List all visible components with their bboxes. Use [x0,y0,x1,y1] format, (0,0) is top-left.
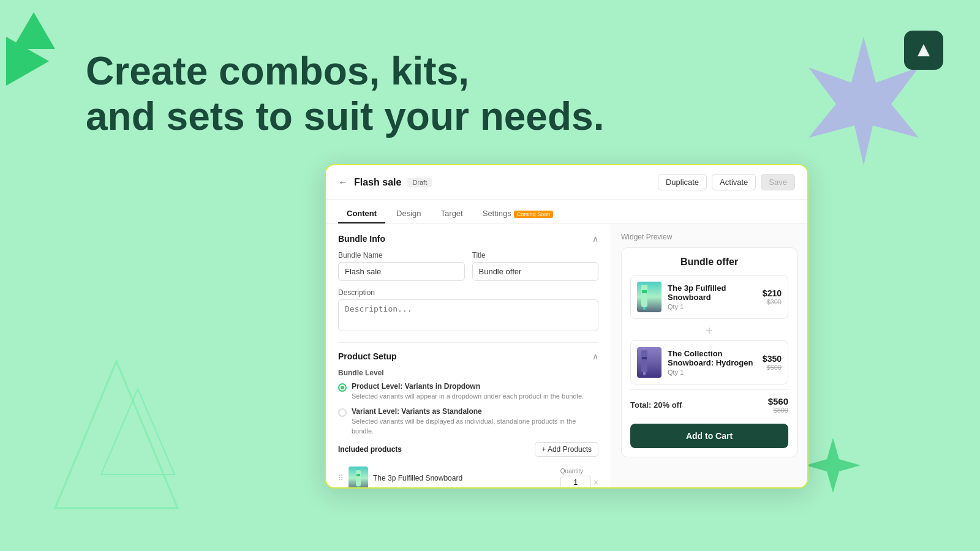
save-button[interactable]: Save [761,174,795,190]
product-thumb-1 [349,467,368,487]
bundle-offer-title: Bundle offer [630,257,788,268]
deco-triangle-outline-left2 [98,386,178,478]
total-original: $800 [768,407,788,414]
quantity-section-1: Quantity × [560,468,598,487]
panel-title: Flash sale [354,177,401,188]
svg-rect-4 [356,470,361,486]
radio-variant-level-text: Variant Level: Variants as Standalone Se… [352,407,598,436]
svg-rect-5 [356,474,360,476]
product-name-1: The 3p Fulfilled Snowboard [373,474,556,482]
status-badge: Draft [407,178,432,187]
panel-header: ← Flash sale Draft Duplicate Activate Sa… [326,165,807,200]
total-current: $560 [768,396,788,407]
total-prices: $560 $800 [768,396,788,414]
svg-marker-0 [55,361,178,508]
radio-product-level-text: Product Level: Variants in Dropdown Sele… [352,382,584,401]
radio-variant-level-btn[interactable] [338,408,347,417]
tab-design[interactable]: Design [388,204,429,223]
activate-button[interactable]: Activate [712,174,756,190]
preview-product-img-1 [637,282,662,312]
title-input[interactable] [472,262,599,281]
svg-rect-10 [641,285,647,307]
qty-label-1: Quantity [560,468,598,474]
svg-marker-1 [101,389,175,474]
preview-product-qty-1: Qty 1 [668,303,756,310]
title-group: Title [472,251,599,281]
panel-left-content: Bundle Info ∧ Bundle Name Title Descript… [326,224,611,487]
bundle-info-section-header: Bundle Info ∧ [338,234,598,244]
price-original-1: $300 [763,298,782,305]
product-setup-title: Product Setup [338,351,397,361]
price-current-1: $210 [763,288,782,298]
qty-row-1: × [560,476,598,487]
included-products-title: Included products [338,445,402,454]
drag-handle-1[interactable]: ⠿ [338,474,344,482]
product-row: ⠿ The 3p Fulfilled Snowboard Quantity × [338,463,598,487]
preview-product-img-2 [637,347,662,378]
preview-product-price-1: $210 $300 [763,288,782,305]
widget-preview-box: Bundle offer The 3p Fulfilled Snowboard … [621,247,797,457]
price-original-2: $500 [763,364,782,371]
section-divider [338,342,598,343]
panel-body: Bundle Info ∧ Bundle Name Title Descript… [326,224,807,487]
preview-product-info-2: The Collection Snowboard: Hydrogen Qty 1 [668,349,756,376]
radio-option-product-level: Product Level: Variants in Dropdown Sele… [338,382,598,401]
plus-divider: + [630,324,788,338]
preview-product-name-2: The Collection Snowboard: Hydrogen [668,349,756,367]
tab-content[interactable]: Content [338,204,385,223]
app-logo [904,31,943,70]
tab-target[interactable]: Target [432,204,472,223]
deco-green-star [802,435,864,496]
bundle-level-label: Bundle Level [338,369,598,377]
main-panel: ← Flash sale Draft Duplicate Activate Sa… [325,164,809,489]
radio-variant-level-title: Variant Level: Variants as Standalone [352,407,598,416]
duplicate-button[interactable]: Duplicate [658,174,707,190]
preview-product-qty-2: Qty 1 [668,369,756,376]
radio-product-level-title: Product Level: Variants in Dropdown [352,382,584,391]
preview-product-card-1: The 3p Fulfilled Snowboard Qty 1 $210 $3… [630,275,788,319]
preview-product-info-1: The 3p Fulfilled Snowboard Qty 1 [668,283,756,310]
radio-product-level-btn[interactable] [338,383,347,392]
product-setup-section-header: Product Setup ∧ [338,351,598,361]
add-products-button[interactable]: + Add Products [535,442,598,457]
bundle-name-input[interactable] [338,262,465,281]
svg-rect-13 [641,350,647,372]
included-products-header: Included products + Add Products [338,442,598,457]
description-input[interactable] [338,299,598,331]
bundle-name-group: Bundle Name [338,251,465,281]
product-setup-chevron[interactable]: ∧ [592,351,598,361]
description-group: Description [338,288,598,334]
bundle-info-chevron[interactable]: ∧ [592,234,598,244]
preview-product-name-1: The 3p Fulfilled Snowboard [668,283,756,302]
tab-settings[interactable]: SettingsComing Soon [474,204,562,223]
panel-right-preview: Widget Preview Bundle offer The 3p Fulfi… [611,224,807,487]
price-current-2: $350 [763,354,782,364]
qty-remove-1[interactable]: × [594,478,598,487]
radio-variant-level-desc: Selected variants will be displayed as i… [352,417,598,436]
add-to-cart-button[interactable]: Add to Cart [630,424,788,448]
radio-option-variant-level: Variant Level: Variants as Standalone Se… [338,407,598,436]
radio-product-level-desc: Selected variants will appear in a dropd… [352,392,584,401]
panel-header-left: ← Flash sale Draft [338,177,432,188]
bundle-name-title-row: Bundle Name Title [338,251,598,281]
svg-rect-14 [642,357,647,359]
tabs-bar: Content Design Target SettingsComing Soo… [326,200,807,224]
qty-input-1[interactable] [560,476,591,487]
deco-triangle-right [6,37,49,86]
description-label: Description [338,288,598,297]
bundle-info-title: Bundle Info [338,234,385,244]
preview-product-card-2: The Collection Snowboard: Hydrogen Qty 1… [630,340,788,384]
preview-product-price-2: $350 $500 [763,354,782,371]
hero-section: Create combos, kits, and sets to suit yo… [49,37,604,139]
coming-soon-badge: Coming Soon [514,211,554,218]
svg-marker-2 [809,37,919,165]
svg-rect-11 [642,290,647,293]
back-button[interactable]: ← [338,177,348,188]
panel-header-actions: Duplicate Activate Save [658,174,795,190]
widget-preview-label: Widget Preview [621,233,797,241]
hero-title: Create combos, kits, and sets to suit yo… [86,49,604,139]
deco-triangle-outline-left [49,355,184,514]
bundle-name-label: Bundle Name [338,251,465,260]
total-row: Total: 20% off $560 $800 [630,389,788,419]
total-label: Total: 20% off [630,400,682,410]
